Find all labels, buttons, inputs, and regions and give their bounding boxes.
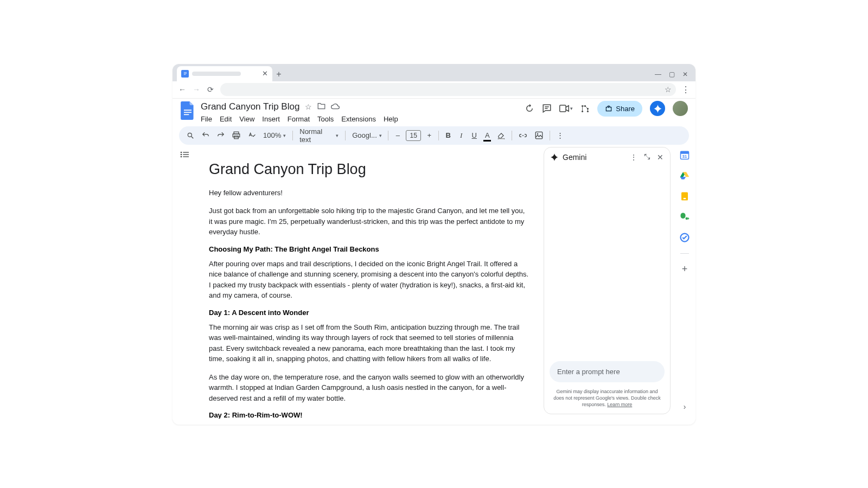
address-input[interactable]: ☆ <box>220 83 676 96</box>
browser-tab-bar: ✕ + — ▢ ✕ <box>173 64 695 81</box>
collapse-rail-icon[interactable]: › <box>684 402 686 411</box>
font-size-input[interactable]: 15 <box>406 130 421 141</box>
star-document-icon[interactable]: ☆ <box>305 102 312 111</box>
svg-point-26 <box>181 153 182 155</box>
gemini-side-panel: Gemini ⋮ ✕ Enter a prompt here Gemini ma… <box>544 147 671 414</box>
menu-view[interactable]: View <box>239 115 254 123</box>
menu-insert[interactable]: Insert <box>262 115 280 123</box>
history-icon[interactable] <box>525 104 534 113</box>
image-icon[interactable] <box>533 130 545 141</box>
gemini-sparkle-button[interactable] <box>650 101 665 116</box>
gemini-close-icon[interactable]: ✕ <box>657 153 663 162</box>
docs-header: Grand Canyon Trip Blog ☆ File Edit View … <box>173 99 695 126</box>
search-icon[interactable] <box>184 130 196 141</box>
gemini-expand-icon[interactable] <box>644 153 650 162</box>
menu-edit[interactable]: Edit <box>220 115 232 123</box>
tasks-icon[interactable] <box>680 233 690 242</box>
document-title[interactable]: Grand Canyon Trip Blog <box>201 101 299 112</box>
gemini-disclaimer: Gemini may display inaccurate informatio… <box>544 387 670 413</box>
decrease-font-icon[interactable]: – <box>393 130 403 141</box>
gemini-menu-icon[interactable]: ⋮ <box>630 153 637 162</box>
minimize-window-icon[interactable]: — <box>655 70 661 78</box>
svg-rect-21 <box>498 138 505 139</box>
learn-more-link[interactable]: Learn more <box>607 402 632 407</box>
forward-icon[interactable]: → <box>192 85 201 94</box>
paragraph: Hey fellow adventurers! <box>209 188 529 198</box>
paragraph: After pouring over maps and trail descri… <box>209 259 529 301</box>
redo-icon[interactable] <box>215 130 227 141</box>
spellcheck-icon[interactable] <box>246 130 258 141</box>
menubar: File Edit View Insert Format Tools Exten… <box>201 113 519 126</box>
calendar-icon[interactable]: 31 <box>680 150 690 160</box>
meet-icon[interactable]: ▾ <box>559 105 573 112</box>
add-addon-icon[interactable]: + <box>680 265 690 274</box>
gemini-prompt-input[interactable]: Enter a prompt here <box>550 361 665 382</box>
new-tab-button[interactable]: + <box>272 69 285 81</box>
svg-point-23 <box>537 133 539 135</box>
italic-icon[interactable]: I <box>456 130 466 142</box>
keep-icon[interactable] <box>680 191 690 201</box>
subheading: Day 1: A Descent into Wonder <box>209 309 529 317</box>
apps-icon[interactable] <box>580 104 590 113</box>
zoom-select[interactable]: 100%▾ <box>261 130 288 140</box>
gemini-spark-icon <box>551 153 558 161</box>
svg-point-15 <box>608 107 609 108</box>
account-avatar[interactable] <box>673 101 688 116</box>
browser-tab[interactable]: ✕ <box>177 66 272 81</box>
link-icon[interactable] <box>516 130 529 141</box>
svg-rect-4 <box>184 110 192 111</box>
svg-point-28 <box>181 156 182 157</box>
increase-font-icon[interactable]: + <box>424 130 434 141</box>
highlight-icon[interactable] <box>495 130 507 141</box>
browser-address-bar: ← → ⟳ ☆ ⋮ <box>173 81 695 99</box>
close-window-icon[interactable]: ✕ <box>682 70 688 78</box>
menu-extensions[interactable]: Extensions <box>341 115 376 123</box>
paragraph: The morning air was crisp as I set off f… <box>209 322 529 364</box>
browser-menu-icon[interactable]: ⋮ <box>681 85 690 95</box>
reload-icon[interactable]: ⟳ <box>206 85 215 94</box>
svg-rect-2 <box>183 73 186 74</box>
print-icon[interactable] <box>230 130 242 141</box>
back-icon[interactable]: ← <box>178 85 187 94</box>
maximize-window-icon[interactable]: ▢ <box>669 70 675 78</box>
menu-help[interactable]: Help <box>384 115 398 123</box>
document-canvas[interactable]: Grand Canyon Trip Blog Hey fellow advent… <box>194 147 544 419</box>
font-select[interactable]: Googl...▾ <box>350 130 384 140</box>
underline-icon[interactable]: U <box>469 130 479 141</box>
svg-rect-29 <box>183 156 189 157</box>
subheading: Choosing My Path: The Bright Angel Trail… <box>209 245 529 253</box>
formatting-toolbar: 100%▾ Normal text▾ Googl...▾ – 15 + B I … <box>179 126 689 145</box>
gemini-panel-title: Gemini <box>563 153 586 162</box>
svg-rect-25 <box>183 152 189 152</box>
share-button-label: Share <box>616 105 635 113</box>
cloud-status-icon[interactable] <box>331 102 340 111</box>
svg-rect-22 <box>536 132 543 139</box>
svg-rect-5 <box>184 112 192 113</box>
paragraph: As the day wore on, the temperature rose… <box>209 372 529 404</box>
outline-toggle-icon[interactable] <box>180 150 189 159</box>
svg-line-17 <box>192 136 194 138</box>
share-button[interactable]: Share <box>597 101 642 117</box>
bold-icon[interactable]: B <box>443 130 453 141</box>
tab-title-placeholder <box>192 72 241 76</box>
text-color-icon[interactable]: A <box>482 130 492 141</box>
svg-rect-34 <box>684 198 686 199</box>
svg-rect-31 <box>681 151 689 154</box>
comments-icon[interactable] <box>542 104 552 113</box>
menu-file[interactable]: File <box>201 115 212 123</box>
menu-tools[interactable]: Tools <box>317 115 334 123</box>
docs-logo-icon[interactable] <box>180 101 195 120</box>
move-document-icon[interactable] <box>317 102 326 111</box>
contacts-icon[interactable] <box>680 212 690 222</box>
subheading: Day 2: Rim-to-Rim-to-WOW! <box>209 411 529 419</box>
bookmark-star-icon[interactable]: ☆ <box>665 85 672 94</box>
svg-rect-1 <box>183 72 186 73</box>
paragraph-style-select[interactable]: Normal text▾ <box>297 126 341 145</box>
menu-format[interactable]: Format <box>288 115 310 123</box>
more-toolbar-icon[interactable]: ⋮ <box>554 130 566 141</box>
drive-icon[interactable] <box>680 171 690 181</box>
undo-icon[interactable] <box>200 130 212 141</box>
docs-favicon <box>181 70 189 78</box>
google-side-rail: 31 + › <box>674 147 695 419</box>
close-tab-icon[interactable]: ✕ <box>262 69 268 78</box>
